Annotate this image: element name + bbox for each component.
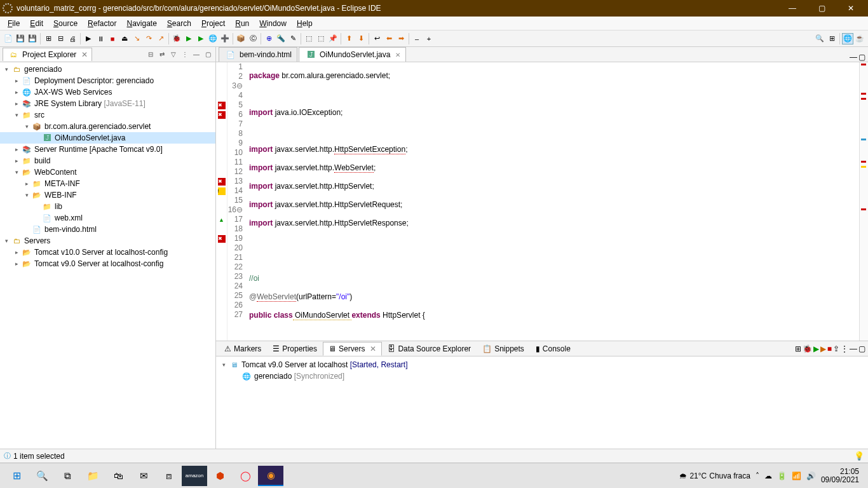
- zoom-in-button[interactable]: +: [423, 33, 435, 44]
- run-button[interactable]: ▶: [183, 33, 194, 44]
- project-tree[interactable]: ▾🗀gerenciado ▸📄Deployment Descriptor: ge…: [0, 62, 215, 449]
- view-menu-button[interactable]: ⋮: [180, 50, 190, 60]
- expand-arrow-icon[interactable]: ▾: [3, 238, 10, 244]
- toggle-button-2[interactable]: ⊟: [55, 33, 66, 44]
- expand-arrow-icon[interactable]: ▾: [23, 123, 31, 130]
- overview-ruler[interactable]: [859, 62, 868, 341]
- tab-properties[interactable]: ☰Properties: [267, 342, 323, 356]
- maximize-button[interactable]: ▢: [807, 0, 836, 17]
- tree-node-pkg[interactable]: br.com.alura.gerenciado.servlet: [43, 122, 151, 131]
- menu-navigate[interactable]: Navigate: [121, 18, 161, 29]
- search-button[interactable]: 🔍: [29, 466, 55, 486]
- step-into-button[interactable]: ↘: [131, 33, 142, 44]
- prev-annotation-button[interactable]: ⬆: [343, 33, 355, 44]
- clock[interactable]: 21:05 09/09/2021: [821, 468, 859, 484]
- tree-node-bemvindo[interactable]: bem-vindo.html: [43, 225, 97, 234]
- zoom-out-button[interactable]: –: [411, 33, 423, 44]
- menu-refactor[interactable]: Refactor: [83, 18, 121, 29]
- amazon-button[interactable]: amazon: [182, 466, 207, 486]
- maximize-icon[interactable]: ▢: [858, 53, 865, 62]
- line-number-gutter[interactable]: 123⊖45678910111213141516⊖171819202122232…: [227, 62, 247, 341]
- open-perspective-button[interactable]: ⊞: [826, 33, 837, 44]
- step-over-button[interactable]: ↷: [143, 33, 154, 44]
- tree-node-tomcat9[interactable]: Tomcat v9.0 Server at localhost-config: [33, 259, 163, 268]
- close-icon[interactable]: ✕: [370, 344, 376, 353]
- filter-button[interactable]: ▽: [168, 50, 179, 60]
- task-view-button[interactable]: ⧉: [55, 466, 80, 486]
- expand-arrow-icon[interactable]: ▾: [13, 169, 20, 175]
- mail-button[interactable]: ✉: [131, 466, 156, 486]
- code-content[interactable]: package br.com.alura.gerenciado.servlet;…: [247, 62, 859, 341]
- editor-tab-oimundo[interactable]: 🅹OiMundoServlet.java✕: [299, 47, 406, 62]
- new-button[interactable]: 📄: [3, 33, 14, 44]
- toggle-button[interactable]: ⊞: [43, 33, 54, 44]
- expand-arrow-icon[interactable]: ▸: [13, 78, 20, 84]
- minimize-button[interactable]: —: [778, 0, 807, 17]
- tree-node-gerenciado[interactable]: gerenciado: [23, 65, 62, 74]
- tab-markers[interactable]: ⚠Markers: [219, 342, 267, 356]
- overview-error-mark[interactable]: [861, 98, 866, 100]
- error-marker-icon[interactable]: ✖: [218, 111, 226, 119]
- tree-node-jaxws[interactable]: JAX-WS Web Services: [33, 88, 112, 97]
- ext-button-1[interactable]: ⬚: [303, 33, 315, 44]
- save-button[interactable]: 💾: [15, 33, 26, 44]
- menu-project[interactable]: Project: [196, 18, 230, 29]
- servers-tree[interactable]: ▾🖥Tomcat v9.0 Server at localhost [Start…: [216, 356, 868, 449]
- overview-warn-mark[interactable]: [861, 166, 866, 168]
- tree-node-servers[interactable]: Servers: [23, 236, 50, 245]
- suspend-button[interactable]: ⏸: [95, 33, 106, 44]
- publish-button[interactable]: ⇪: [833, 344, 839, 353]
- perspective-java[interactable]: ☕: [854, 33, 865, 44]
- maximize-icon[interactable]: ▢: [858, 344, 865, 353]
- run-server-button[interactable]: 🌐: [207, 33, 219, 44]
- new-java-package-button[interactable]: 📦: [235, 33, 247, 44]
- dropbox-button[interactable]: ⧈: [156, 466, 182, 486]
- stop-server-button[interactable]: ■: [827, 344, 832, 353]
- tree-node-servlet[interactable]: OiMundoServlet.java: [53, 133, 125, 142]
- menu-search[interactable]: Search: [162, 18, 196, 29]
- debug-button[interactable]: 🐞: [171, 33, 182, 44]
- expand-arrow-icon[interactable]: ▾: [3, 66, 10, 72]
- stop-button[interactable]: ■: [107, 33, 118, 44]
- save-all-button[interactable]: 💾: [27, 33, 38, 44]
- expand-arrow-icon[interactable]: ▸: [13, 249, 20, 255]
- store-button[interactable]: 🛍: [105, 466, 131, 486]
- eclipse-taskbar-button[interactable]: ◉: [258, 466, 283, 486]
- tree-node-tomcat10[interactable]: Tomcat v10.0 Server at localhost-config: [33, 248, 168, 257]
- expand-arrow-icon[interactable]: ▸: [13, 89, 20, 95]
- tab-servers[interactable]: 🖥Servers✕: [323, 342, 382, 356]
- overview-error-mark[interactable]: [861, 64, 866, 65]
- editor-tab-bemvindo[interactable]: 📄bem-vindo.html: [219, 47, 297, 62]
- close-icon[interactable]: ✕: [395, 51, 400, 58]
- toggle-mark-button[interactable]: ✎: [287, 33, 299, 44]
- minimize-icon[interactable]: —: [850, 344, 857, 353]
- tree-node-lib[interactable]: lib: [53, 202, 62, 211]
- close-icon[interactable]: ✕: [81, 50, 88, 59]
- start-server-button[interactable]: ▶: [813, 344, 819, 353]
- minimize-icon[interactable]: —: [191, 50, 201, 60]
- menu-run[interactable]: Run: [230, 18, 254, 29]
- tab-snippets[interactable]: 📋Snippets: [477, 342, 530, 356]
- wifi-icon[interactable]: 📶: [792, 471, 801, 480]
- weather-widget[interactable]: 🌧 21°C Chuva fraca: [679, 471, 750, 480]
- search-toolbar-button[interactable]: 🔦: [275, 33, 287, 44]
- office-button[interactable]: ⬢: [207, 466, 233, 486]
- maximize-icon[interactable]: ▢: [203, 50, 213, 60]
- chevron-up-icon[interactable]: ˄: [756, 471, 759, 480]
- onedrive-icon[interactable]: ☁: [764, 471, 772, 480]
- link-editor-button[interactable]: ⇄: [157, 50, 167, 60]
- open-type-button[interactable]: ⊕: [263, 33, 275, 44]
- tree-node-build[interactable]: build: [33, 156, 50, 165]
- project-explorer-tab[interactable]: 🗂 Project Explorer ✕: [3, 48, 92, 61]
- close-button[interactable]: ✕: [836, 0, 865, 17]
- tab-console[interactable]: ▮Console: [530, 342, 576, 356]
- server-link-button[interactable]: ⊞: [795, 344, 801, 353]
- expand-arrow-icon[interactable]: ▸: [23, 180, 31, 187]
- next-annotation-button[interactable]: ⬇: [355, 33, 367, 44]
- file-explorer-button[interactable]: 📁: [80, 466, 105, 486]
- tree-node-metainf[interactable]: META-INF: [43, 179, 80, 188]
- menu-source[interactable]: Source: [48, 18, 83, 29]
- search-icon[interactable]: 🔍: [814, 33, 825, 44]
- server-module[interactable]: gerenciado [Synchronized]: [253, 372, 344, 381]
- last-edit-button[interactable]: ↩: [371, 33, 383, 44]
